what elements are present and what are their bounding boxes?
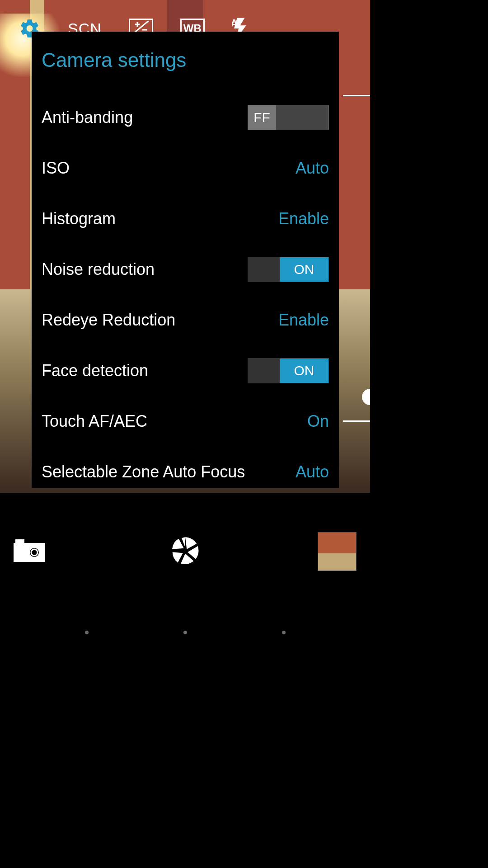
redeye-label: Redeye Reduction: [42, 311, 175, 330]
histogram-row[interactable]: Histogram Enable: [42, 193, 329, 244]
face-detection-row[interactable]: Face detection ON: [42, 345, 329, 396]
bottom-controls: [0, 493, 370, 610]
touch-af-aec-value[interactable]: On: [307, 412, 329, 431]
camera-mode-icon[interactable]: [14, 539, 45, 564]
anti-banding-value[interactable]: FF: [248, 105, 276, 130]
camera-settings-panel: Camera settings Anti-banding FF ISO Auto…: [32, 32, 339, 488]
page-indicator: [0, 631, 370, 634]
svg-rect-6: [16, 540, 23, 545]
anti-banding-label: Anti-banding: [42, 108, 133, 127]
face-detection-toggle[interactable]: ON: [248, 358, 329, 383]
touch-af-aec-label: Touch AF/AEC: [42, 412, 147, 431]
zone-af-label: Selectable Zone Auto Focus: [42, 462, 245, 481]
zone-af-row[interactable]: Selectable Zone Auto Focus Auto: [42, 447, 329, 497]
touch-af-aec-row[interactable]: Touch AF/AEC On: [42, 396, 329, 447]
zone-af-value[interactable]: Auto: [296, 462, 329, 481]
focus-bracket: [343, 95, 370, 96]
noise-reduction-toggle[interactable]: ON: [248, 257, 329, 282]
redeye-row[interactable]: Redeye Reduction Enable: [42, 295, 329, 345]
iso-label: ISO: [42, 159, 70, 178]
redeye-value[interactable]: Enable: [278, 311, 329, 330]
svg-text:A: A: [232, 18, 238, 29]
focus-bracket: [343, 420, 370, 422]
nav-dot: [85, 631, 89, 634]
anti-banding-row[interactable]: Anti-banding FF: [42, 92, 329, 143]
noise-reduction-label: Noise reduction: [42, 260, 155, 279]
anti-banding-selector[interactable]: FF: [248, 105, 329, 130]
shutter-button[interactable]: [170, 559, 200, 567]
histogram-value[interactable]: Enable: [278, 209, 329, 228]
settings-title: Camera settings: [42, 49, 329, 71]
gallery-thumbnail[interactable]: [318, 532, 357, 571]
anti-banding-empty[interactable]: [276, 105, 328, 130]
nav-dot: [282, 631, 286, 634]
histogram-label: Histogram: [42, 209, 116, 228]
nav-dot: [183, 631, 187, 634]
iso-row[interactable]: ISO Auto: [42, 143, 329, 193]
noise-reduction-row[interactable]: Noise reduction ON: [42, 244, 329, 295]
toggle-on-label: ON: [280, 257, 328, 282]
toggle-on-label: ON: [280, 359, 328, 383]
iso-value[interactable]: Auto: [296, 159, 329, 178]
face-detection-label: Face detection: [42, 361, 148, 380]
